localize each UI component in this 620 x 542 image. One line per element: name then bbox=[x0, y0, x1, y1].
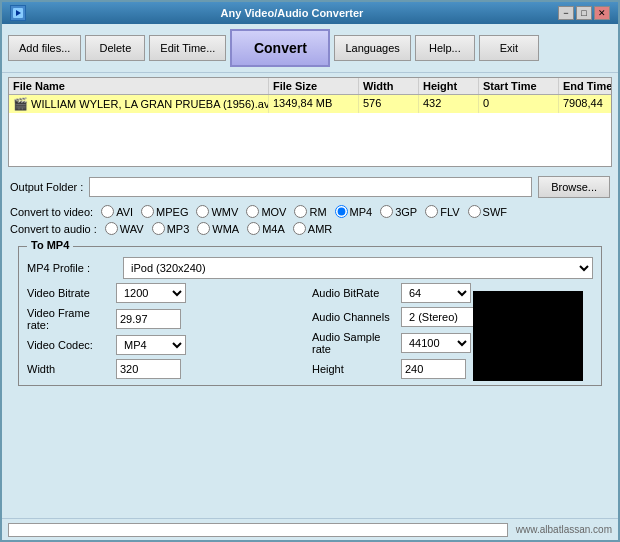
window-title: Any Video/Audio Converter bbox=[26, 7, 558, 19]
table-row[interactable]: 🎬 WILLIAM WYLER, LA GRAN PRUEBA (1956).a… bbox=[9, 95, 611, 113]
mp4-group-legend: To MP4 bbox=[27, 239, 73, 251]
status-bar: www.albatlassan.com bbox=[2, 518, 618, 540]
mp4-settings-group: To MP4 MP4 Profile : iPod (320x240) Vide… bbox=[18, 246, 602, 386]
video-bitrate-select[interactable]: 1200 bbox=[116, 283, 186, 303]
file-starttime-cell: 0 bbox=[479, 95, 559, 113]
output-folder-input[interactable] bbox=[89, 177, 532, 197]
radio-mp3[interactable]: MP3 bbox=[152, 222, 192, 235]
video-format-row: Convert to video: AVI MPEG WMV MOV RM MP… bbox=[2, 203, 618, 220]
radio-wma[interactable]: WMA bbox=[197, 222, 241, 235]
audio-channels-label: Audio Channels bbox=[312, 311, 397, 323]
profile-select[interactable]: iPod (320x240) bbox=[123, 257, 593, 279]
output-folder-row: Output Folder : Browse... bbox=[2, 171, 618, 203]
maximize-button[interactable]: □ bbox=[576, 6, 592, 20]
table-header: File Name File Size Width Height Start T… bbox=[9, 78, 611, 95]
file-name-text: WILLIAM WYLER, LA GRAN PRUEBA (1956).avi bbox=[31, 98, 269, 110]
app-icon bbox=[10, 5, 26, 21]
exit-button[interactable]: Exit bbox=[479, 35, 539, 61]
video-codec-label: Video Codec: bbox=[27, 339, 112, 351]
radio-wav[interactable]: WAV bbox=[105, 222, 146, 235]
col-height: Height bbox=[419, 78, 479, 94]
profile-row: MP4 Profile : iPod (320x240) bbox=[27, 253, 593, 283]
close-button[interactable]: ✕ bbox=[594, 6, 610, 20]
radio-3gp[interactable]: 3GP bbox=[380, 205, 419, 218]
browse-button[interactable]: Browse... bbox=[538, 176, 610, 198]
output-folder-label: Output Folder : bbox=[10, 181, 83, 193]
audio-sample-select[interactable]: 44100 bbox=[401, 333, 471, 353]
progress-bar bbox=[8, 523, 508, 537]
video-bitrate-row: Video Bitrate 1200 bbox=[27, 283, 308, 303]
col-width: Width bbox=[359, 78, 419, 94]
profile-label: MP4 Profile : bbox=[27, 262, 117, 274]
window-controls: − □ ✕ bbox=[558, 6, 610, 20]
video-frame-row: Video Frame rate: 29.97 bbox=[27, 307, 308, 331]
languages-button[interactable]: Languages bbox=[334, 35, 410, 61]
edit-time-button[interactable]: Edit Time... bbox=[149, 35, 226, 61]
main-window: Any Video/Audio Converter − □ ✕ Add file… bbox=[0, 0, 620, 542]
video-format-label: Convert to video: bbox=[10, 206, 93, 218]
delete-button[interactable]: Delete bbox=[85, 35, 145, 61]
file-height-cell: 432 bbox=[419, 95, 479, 113]
width-row: Width bbox=[27, 359, 308, 379]
radio-mpeg[interactable]: MPEG bbox=[141, 205, 190, 218]
file-endtime-cell: 7908,44 bbox=[559, 95, 612, 113]
file-size-cell: 1349,84 MB bbox=[269, 95, 359, 113]
help-button[interactable]: Help... bbox=[415, 35, 475, 61]
watermark: www.albatlassan.com bbox=[516, 524, 612, 535]
col-starttime: Start Time bbox=[479, 78, 559, 94]
video-bitrate-label: Video Bitrate bbox=[27, 287, 112, 299]
file-width-cell: 576 bbox=[359, 95, 419, 113]
audio-sample-label: Audio Sample rate bbox=[312, 331, 397, 355]
minimize-button[interactable]: − bbox=[558, 6, 574, 20]
width-input[interactable] bbox=[116, 359, 181, 379]
radio-avi[interactable]: AVI bbox=[101, 205, 135, 218]
convert-button[interactable]: Convert bbox=[230, 29, 330, 67]
title-bar: Any Video/Audio Converter − □ ✕ bbox=[2, 2, 618, 24]
add-files-button[interactable]: Add files... bbox=[8, 35, 81, 61]
file-icon: 🎬 bbox=[13, 97, 28, 111]
width-label: Width bbox=[27, 363, 112, 375]
radio-mp4[interactable]: MP4 bbox=[335, 205, 375, 218]
video-frame-label: Video Frame rate: bbox=[27, 307, 112, 331]
radio-amr[interactable]: AMR bbox=[293, 222, 334, 235]
radio-wmv[interactable]: WMV bbox=[196, 205, 240, 218]
video-codec-select[interactable]: MP4 bbox=[116, 335, 186, 355]
height-label: Height bbox=[312, 363, 397, 375]
audio-bitrate-label: Audio BitRate bbox=[312, 287, 397, 299]
video-codec-row: Video Codec: MP4 bbox=[27, 335, 308, 355]
video-frame-input[interactable]: 29.97 bbox=[116, 309, 181, 329]
height-input[interactable] bbox=[401, 359, 466, 379]
radio-rm[interactable]: RM bbox=[294, 205, 328, 218]
radio-swf[interactable]: SWF bbox=[468, 205, 509, 218]
file-name-cell: 🎬 WILLIAM WYLER, LA GRAN PRUEBA (1956).a… bbox=[9, 95, 269, 113]
file-table: File Name File Size Width Height Start T… bbox=[8, 77, 612, 167]
col-filename: File Name bbox=[9, 78, 269, 94]
col-filesize: File Size bbox=[269, 78, 359, 94]
radio-flv[interactable]: FLV bbox=[425, 205, 461, 218]
radio-m4a[interactable]: M4A bbox=[247, 222, 287, 235]
radio-mov[interactable]: MOV bbox=[246, 205, 288, 218]
audio-format-row: Convert to audio : WAV MP3 WMA M4A AMR bbox=[2, 220, 618, 237]
audio-format-label: Convert to audio : bbox=[10, 223, 97, 235]
toolbar: Add files... Delete Edit Time... Convert… bbox=[2, 24, 618, 73]
audio-bitrate-select[interactable]: 64 bbox=[401, 283, 471, 303]
col-endtime: End Time bbox=[559, 78, 612, 94]
preview-box bbox=[473, 291, 583, 381]
